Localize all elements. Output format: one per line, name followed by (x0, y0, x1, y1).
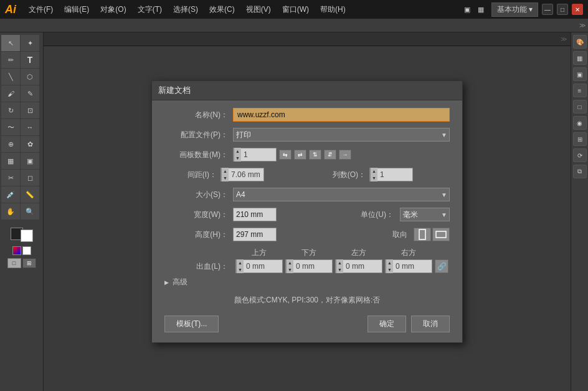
artboard-input[interactable] (241, 150, 276, 159)
height-input[interactable] (233, 228, 277, 241)
template-button[interactable]: 模板(T)... (164, 316, 219, 332)
bleed-bottom-up[interactable]: ▲ (287, 259, 293, 266)
bleed-right-input[interactable] (393, 262, 432, 271)
unit-select[interactable]: 毫米 厘米 像素 英寸 (400, 208, 450, 221)
columns-section: 列数(O)： ▲ ▼ (313, 168, 450, 181)
spacing-input[interactable] (229, 170, 263, 179)
bleed-left-down[interactable]: ▼ (336, 266, 343, 273)
spacing-spin-down[interactable]: ▼ (222, 175, 229, 181)
tool-eraser[interactable]: ◻ (21, 170, 39, 186)
grid-right-left-icon[interactable]: ⇄ (294, 150, 306, 160)
profile-label: 配置文件(P)： (164, 130, 233, 140)
transform-panel-btn[interactable]: ⟳ (573, 148, 587, 162)
close-button[interactable]: ✕ (572, 4, 583, 15)
tool-direct-select[interactable]: ✦ (21, 35, 39, 51)
cancel-button[interactable]: 取消 (411, 316, 450, 332)
tool-symbol[interactable]: ✿ (21, 136, 39, 152)
stroke-color[interactable] (21, 229, 33, 242)
color-mode-icon[interactable] (12, 246, 21, 255)
tool-slice[interactable]: ✂ (1, 170, 20, 186)
menu-object[interactable]: 对象(O) (95, 2, 131, 17)
tool-scale[interactable]: ⊡ (21, 102, 39, 118)
bleed-top-down[interactable]: ▼ (237, 266, 244, 273)
bleed-right-down[interactable]: ▼ (386, 266, 393, 273)
menu-text[interactable]: 文字(T) (133, 2, 167, 17)
tool-select[interactable]: ↖ (1, 35, 20, 51)
workspace-selector[interactable]: 基本功能 ▾ (491, 2, 538, 17)
gradient-panel-btn[interactable]: ▦ (573, 51, 587, 65)
columns-spin-down[interactable]: ▼ (371, 175, 377, 181)
fullscreen-mode-btn[interactable]: ⊞ (22, 258, 36, 268)
name-label: 名称(N)： (164, 110, 233, 120)
columns-input[interactable] (377, 170, 412, 179)
layers-panel-btn[interactable]: ≡ (573, 84, 587, 97)
bleed-bottom-input[interactable] (293, 262, 332, 271)
name-input[interactable] (233, 108, 450, 122)
menu-file[interactable]: 文件(F) (24, 2, 58, 17)
title-bar-right: ▣ ▦ 基本功能 ▾ — □ ✕ (464, 2, 583, 17)
maximize-button[interactable]: □ (557, 4, 568, 15)
width-input[interactable] (233, 208, 277, 221)
bleed-bottom-label: 下方 (285, 248, 333, 258)
bleed-left-up[interactable]: ▲ (336, 259, 343, 266)
ok-button[interactable]: 确定 (368, 316, 406, 332)
tool-line[interactable]: ╲ (1, 69, 20, 85)
tool-measure[interactable]: 📏 (21, 186, 39, 203)
menu-select[interactable]: 选择(S) (168, 2, 203, 17)
stroke-panel-btn[interactable]: ▣ (573, 67, 587, 81)
bleed-top-up[interactable]: ▲ (237, 259, 244, 266)
arrange-icon2[interactable]: → (339, 150, 351, 160)
portrait-button[interactable] (414, 228, 431, 241)
advanced-row[interactable]: ▶ 高级 (164, 277, 450, 287)
tool-zoom[interactable]: 🔍 (21, 203, 39, 220)
bleed-bottom-down[interactable]: ▼ (287, 266, 293, 273)
grid-bottom-top-icon[interactable]: ⇵ (324, 150, 336, 160)
align-panel-btn[interactable]: ⊞ (573, 132, 587, 146)
tool-row-1: ↖ ✦ (1, 35, 42, 51)
tool-graph[interactable]: ▦ (1, 153, 20, 169)
columns-spin-up[interactable]: ▲ (371, 168, 377, 175)
bleed-right-up[interactable]: ▲ (386, 259, 393, 266)
menu-effect[interactable]: 效果(C) (204, 2, 240, 17)
bleed-left-spinners: ▲ ▼ (336, 259, 343, 273)
bleed-left-input[interactable] (343, 262, 382, 271)
bleed-section: 上方 下方 左方 右方 出血(L)： ▲ ▼ (164, 248, 450, 273)
tool-eyedropper[interactable]: 💉 (1, 186, 20, 203)
tool-shape[interactable]: ⬡ (21, 69, 39, 85)
menu-view[interactable]: 视图(V) (241, 2, 276, 17)
none-fill-icon[interactable] (22, 246, 31, 255)
artboard-spin-up[interactable]: ▲ (234, 148, 241, 155)
bleed-bottom-spinners: ▲ ▼ (286, 259, 293, 273)
tool-artboard[interactable]: ▣ (21, 153, 39, 169)
size-select[interactable]: A4 A3 A5 信纸 (233, 188, 450, 201)
minimize-button[interactable]: — (542, 4, 553, 15)
tool-width[interactable]: ↔ (21, 119, 39, 135)
profile-select-wrapper: 打印 Web 设备 ▼ (233, 128, 450, 142)
landscape-button[interactable] (432, 228, 450, 241)
tool-rotate[interactable]: ↻ (1, 102, 20, 118)
profile-select[interactable]: 打印 Web 设备 (233, 128, 450, 142)
grid-top-bottom-icon[interactable]: ⇅ (309, 150, 321, 160)
profile-row: 配置文件(P)： 打印 Web 设备 ▼ (164, 128, 450, 142)
tool-type[interactable]: T (21, 52, 39, 68)
pathfinder-panel-btn[interactable]: ⧉ (573, 165, 587, 178)
tool-pencil[interactable]: ✎ (21, 85, 39, 102)
menu-help[interactable]: 帮助(H) (315, 2, 351, 17)
spacing-row: 间距(I)： ▲ ▼ 列数(O)： (164, 168, 450, 181)
tool-hand[interactable]: ✋ (1, 203, 20, 220)
normal-mode-btn[interactable]: □ (7, 258, 21, 268)
symbols-panel-btn[interactable]: ◉ (573, 116, 587, 130)
bleed-top-input[interactable] (244, 262, 282, 271)
menu-edit[interactable]: 编辑(E) (59, 2, 94, 17)
artboards-panel-btn[interactable]: □ (573, 100, 587, 113)
menu-window[interactable]: 窗口(W) (277, 2, 314, 17)
bleed-link-button[interactable]: 🔗 (435, 259, 448, 273)
tool-paintbrush[interactable]: 🖌 (1, 85, 20, 102)
spacing-spin-up[interactable]: ▲ (222, 168, 229, 175)
artboard-spin-down[interactable]: ▼ (234, 155, 241, 162)
color-panel-btn[interactable]: 🎨 (573, 35, 587, 49)
tool-pen[interactable]: ✏ (1, 52, 20, 68)
tool-warp[interactable]: 〜 (1, 119, 20, 135)
grid-left-right-icon[interactable]: ⇆ (279, 150, 292, 160)
tool-blend[interactable]: ⊕ (1, 136, 20, 152)
